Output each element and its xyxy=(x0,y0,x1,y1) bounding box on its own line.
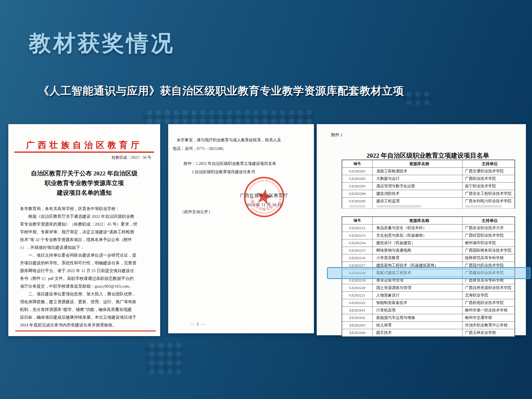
table-cell: 广西玉林农业学校 xyxy=(462,329,515,336)
table-cell: 柳州市第一职业技术学校 xyxy=(462,307,515,314)
table-cell: 建筑设计（民族建筑） xyxy=(373,239,462,247)
table-cell: GZ202204 xyxy=(342,190,373,198)
table-cell: 广西交通职业技术学院 xyxy=(462,168,515,175)
slide-subtitle: 《人工智能通识与应用》获自治区级职业教育专业教学资源库配套教材立项 xyxy=(38,83,404,98)
text-line: 机制，充分发挥资源库“能学、辅教”功能，确保高质量实现建 xyxy=(20,306,152,313)
notice-body: 各市教育局，各有关高等学校，区直各中等职业学校： 根据《自治区教育厅关于遴选建设… xyxy=(20,205,152,329)
cut-cell xyxy=(373,204,462,208)
text-line: 2024 年底前完成任务书内所有建设任务并接受验收。 xyxy=(20,321,152,329)
table-cell: 食品质量与安全（职业本科） xyxy=(373,224,462,232)
table-cell: GZ202221 xyxy=(342,292,373,299)
text-line: 源库网络运行平台。请于 2022 年 11 月 25 日前提交项目建设任 xyxy=(20,267,152,275)
table-cell: 广西自然资源职业技术学院 xyxy=(462,284,515,292)
table-row: GZ202204建筑消防技术广西安全工程职业技术学院 xyxy=(342,190,515,198)
table-cell: GZ202201 xyxy=(342,168,373,175)
notice-heading: 自治区教育厅关于公布 2022 年自治区级职业教育专业教学资源库立项建设项目名单… xyxy=(8,168,160,198)
text-line: 一、项目主持单位要会同联合建设单位进一步研究论证，提 xyxy=(20,251,152,259)
table-row: ZZ202203幼儿保育河池市职业教育中心学校 xyxy=(342,322,515,329)
table-row: GZ202215网络营销与直播电商广西国际商务职业技术学院 xyxy=(342,247,515,254)
table-row: GZ202216小学英语教育桂林师范高等专科学校 xyxy=(342,254,515,262)
table-cell: 计算机应用 xyxy=(373,307,462,314)
table-cell: 桂林师范高等专科学校 xyxy=(462,254,515,262)
pixel-decoration xyxy=(143,110,315,125)
text-line: 强化保障措施，建立资源建设、更新、使用、运行、推广等有效 xyxy=(20,298,152,306)
text-line: 自治区教育厅关于公布 2022 年自治区级 xyxy=(8,168,160,178)
table-cell: 人物形象设计 xyxy=(373,292,462,299)
red-divider-line xyxy=(15,331,156,331)
table-cell: 广西职业技术学院 xyxy=(462,175,515,183)
table-row: GZ202214建筑设计（民族建筑）柳州城市职业学院 xyxy=(342,239,515,247)
table-row-highlighted: GZ202218装配式建筑工程技术广西建设职业技术学院 xyxy=(342,269,515,277)
table-cell: 装配式建筑工程技术 xyxy=(373,269,462,277)
table-cell: GZ202214 xyxy=(342,239,373,247)
table-cell: GZ202202 xyxy=(342,175,373,183)
column-header: 编号 xyxy=(342,217,373,224)
table-cell: 文化创意与策划（民族服饰） xyxy=(373,232,462,239)
table-cell: ZZ202204 xyxy=(342,329,373,336)
text-line: 1），并就做好项目建设通知如下： xyxy=(20,244,152,251)
text-line: 学校申报、专家评审、我厅审定，决定立项建设“道路工程检测 xyxy=(20,228,152,236)
table-cell: 建筑消防技术 xyxy=(373,190,462,198)
text-line: 二、项目建设单位要强化统筹、加大投入，聚合团队优势， xyxy=(20,290,152,298)
contact-paragraph: 未尽事宜，请与我厅职业教育与成人教育处联系，联系人及电话：吴珂，0771—581… xyxy=(173,136,310,153)
projects-table-2: 编号资源库名称主持单位 GZ202212食品质量与安全（职业本科）广西农业职业技… xyxy=(342,216,515,337)
sign-date: 2022 年 11 月 14 日 xyxy=(214,202,314,208)
table-cut-row xyxy=(342,204,515,209)
page-number: — 2 — xyxy=(190,322,206,326)
table-cell: 新能源汽车运用与维修 xyxy=(373,314,462,322)
projects-table-1: 编号资源库名称主持单位 GZ202201道路工程检测技术广西交通职业技术学院GZ… xyxy=(342,160,515,205)
table-row: GZ202212食品质量与安全（职业本科）广西农业职业技术大学 xyxy=(342,224,515,232)
table-cell: 小学英语教育 xyxy=(373,254,462,262)
table-cell: ZZ202203 xyxy=(342,322,373,329)
table-cell: 广西经贸职业技术学院 xyxy=(462,232,515,239)
table-cell: 南宁职业技术学院 xyxy=(462,183,515,190)
table-cell: 幼儿保育 xyxy=(373,322,462,329)
table-cell: GZ202215 xyxy=(342,247,373,254)
table-cell: 智能制造装备技术 xyxy=(373,299,462,307)
table-row: GZ202203酒店管理与数字化运营南宁职业技术学院 xyxy=(342,183,515,190)
table-cell: GZ202218 xyxy=(342,269,373,277)
text-line: 各市教育局，各有关高等学校，区直各中等职业学校： xyxy=(20,205,152,213)
table-cell: GZ202212 xyxy=(342,224,373,232)
column-header: 资源库名称 xyxy=(373,160,462,168)
text-line: 未尽事宜，请与我厅职业教育与成人教育处联系，联系人及 xyxy=(173,136,310,144)
text-line: 升项目建设的科学性、系统性和可行性，明确建设任务，完善资 xyxy=(20,259,152,267)
text-line: 电话：吴珂，0771—5815180。 xyxy=(173,144,310,153)
text-line: 务书（附件 2）pdf 文件。高职学校请通过高职状态数据平台的 xyxy=(20,275,152,282)
table-cell: 柳州市交通学校 xyxy=(462,314,515,322)
table-cell: 道路工程检测技术 xyxy=(373,168,462,175)
text-line: 技术”等 32 个专业教学资源库项目，现将名单予以公布（附件 xyxy=(20,236,152,244)
table-cell: 广西机电职业技术学院 xyxy=(462,299,515,307)
table-header: 编号资源库名称主持单位 xyxy=(342,160,515,168)
pixel-decoration xyxy=(145,343,182,374)
table-title: 2022 年自治区级职业教育立项建设项目名单 xyxy=(342,151,514,160)
cut-cell xyxy=(342,204,373,208)
text-line: 附件：1.2022 年自治区级职业教育立项建设项目名单 xyxy=(184,159,276,168)
table-cell: 北海职业学院 xyxy=(462,292,515,299)
attachment-label: 附件 1 xyxy=(331,132,342,138)
table-cell: 国土资源调查与管理 xyxy=(373,284,462,292)
public-disclosure-note: （此件主动公开） xyxy=(180,209,212,214)
table-cell: GZ202213 xyxy=(342,232,373,239)
table-row: GZ202222智能制造装备技术广西机电职业技术学院 xyxy=(342,299,515,307)
column-header: 编号 xyxy=(342,160,373,168)
table-row: GZ202202大数据与会计广西职业技术学院 xyxy=(342,175,515,183)
agency-red-title: 广西壮族自治区教育厅 xyxy=(8,139,160,151)
column-header: 资源库名称 xyxy=(373,217,462,224)
pixel-decoration xyxy=(402,92,433,105)
table-cell: ZZ202201 xyxy=(342,307,373,314)
table-cell: ZZ202202 xyxy=(342,314,373,322)
table-row: ZZ202202新能源汽车运用与维修柳州市交通学校 xyxy=(342,314,515,322)
table-cell: 酒店管理与数字化运营 xyxy=(373,183,462,190)
text-line: 省厅任务提交，中职学校请发送至邮箱：gxzcc003@163.com。 xyxy=(20,282,152,290)
document-page-attachment: 附件 1 2022 年自治区级职业教育立项建设项目名单 编号资源库名称主持单位 … xyxy=(317,124,526,335)
document-page-notice: 广西壮族自治区教育厅 桂教职成〔2022〕58 号 自治区教育厅关于公布 202… xyxy=(8,124,160,336)
cut-cell xyxy=(462,204,515,208)
table-header: 编号资源库名称主持单位 xyxy=(342,217,515,224)
table-cell: 广西国际商务职业技术学院 xyxy=(462,247,515,254)
table-cell: 河池市职业教育中心学校 xyxy=(462,322,515,329)
table-cell: GZ202220 xyxy=(342,284,373,292)
table-cell: 广西农业职业技术大学 xyxy=(462,224,515,232)
table-cell: 网络营销与直播电商 xyxy=(373,247,462,254)
table-cell: 广西安全工程职业技术学院 xyxy=(462,190,515,198)
